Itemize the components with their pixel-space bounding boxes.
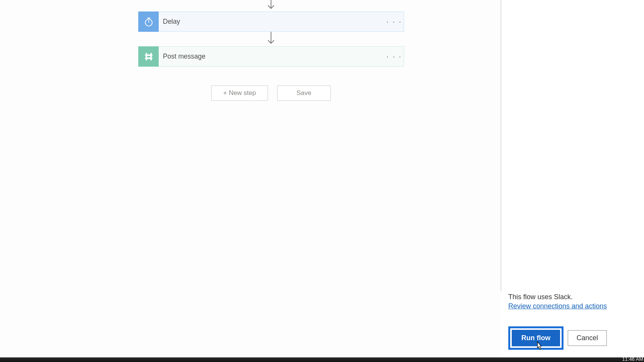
step-label: Delay <box>159 18 384 26</box>
taskbar-clock: 11:46 AM <box>622 356 643 362</box>
connector-arrow <box>138 32 404 46</box>
step-menu-button[interactable]: · · · <box>384 17 404 27</box>
cancel-button[interactable]: Cancel <box>568 330 607 346</box>
run-flow-highlight: Run flow <box>508 326 564 350</box>
flow-steps-column: Delay · · · Post message <box>138 0 404 101</box>
review-connections-link[interactable]: Review connections and actions <box>508 302 607 310</box>
timer-icon <box>138 11 159 32</box>
new-step-button[interactable]: + New step <box>211 85 268 101</box>
flow-canvas: Delay · · · Post message <box>0 0 644 362</box>
slack-icon <box>138 46 159 67</box>
step-menu-button[interactable]: · · · <box>384 52 404 62</box>
panel-info-text: This flow uses Slack. <box>508 293 644 301</box>
run-flow-button[interactable]: Run flow <box>512 330 560 346</box>
step-post-message[interactable]: Post message · · · <box>138 46 404 67</box>
save-button[interactable]: Save <box>277 85 331 101</box>
run-flow-panel: This flow uses Slack. Review connections… <box>501 0 644 358</box>
flow-actions: + New step Save <box>138 85 404 101</box>
connector-arrow <box>138 0 404 11</box>
step-delay[interactable]: Delay · · · <box>138 11 404 32</box>
step-label: Post message <box>159 52 384 61</box>
taskbar: 11:46 AM <box>0 357 644 362</box>
